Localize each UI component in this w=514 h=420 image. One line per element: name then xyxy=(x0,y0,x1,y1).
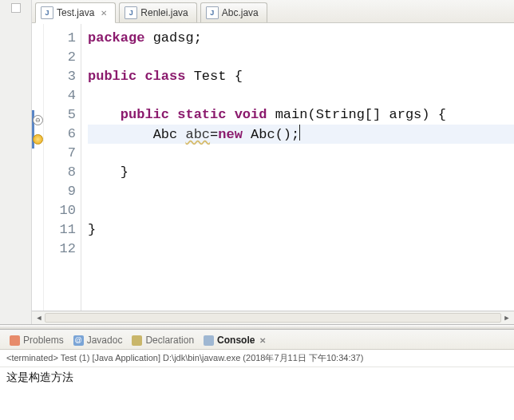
line-number: 5 xyxy=(47,105,76,125)
problems-icon xyxy=(10,335,20,346)
console-status: <terminated> Test (1) [Java Application]… xyxy=(0,350,514,367)
token-kw: package xyxy=(88,30,153,46)
code-line[interactable]: } xyxy=(88,163,514,182)
left-strip xyxy=(0,0,32,324)
editor-tab-testjava[interactable]: JTest.java✕ xyxy=(35,2,116,23)
code-line[interactable]: } xyxy=(88,220,514,240)
java-file-icon: J xyxy=(41,6,53,19)
declaration-icon xyxy=(132,335,142,346)
scroll-track[interactable] xyxy=(45,313,501,323)
split-sash[interactable] xyxy=(0,324,514,330)
token-kw: public class xyxy=(88,69,194,84)
code-line[interactable]: public class Test { xyxy=(88,67,514,86)
code-line[interactable]: public static void main(String[] args) { xyxy=(88,105,514,125)
horizontal-scrollbar[interactable]: ◄ ► xyxy=(32,311,514,324)
top-area: JTest.java✕JRenlei.javaJAbc.java ⊖ 12345… xyxy=(0,0,514,324)
token-plain: } xyxy=(88,222,96,237)
view-tab-declaration[interactable]: Declaration xyxy=(128,333,197,347)
annotation-gutter: ⊖ xyxy=(32,24,44,311)
line-number-gutter: 123456789101112 xyxy=(44,24,81,311)
code-line[interactable] xyxy=(88,86,514,105)
token-kw: public static void xyxy=(121,107,275,122)
token-plain: Abc xyxy=(153,127,186,142)
view-tab-label: Declaration xyxy=(145,335,194,346)
code-line[interactable] xyxy=(88,182,514,201)
editor-tabbar: JTest.java✕JRenlei.javaJAbc.java xyxy=(32,0,514,23)
token-plain: Abc(); xyxy=(251,127,299,142)
scroll-right-icon[interactable]: ► xyxy=(501,313,512,323)
javadoc-icon: @ xyxy=(73,335,84,346)
bottom-panel: Problems@JavadocDeclarationConsole✕ <ter… xyxy=(0,330,514,420)
tab-label: Abc.java xyxy=(222,7,259,18)
editor-tab-renleijava[interactable]: JRenlei.java xyxy=(119,2,196,22)
line-number: 9 xyxy=(47,182,76,201)
scroll-left-icon[interactable]: ◄ xyxy=(34,313,45,323)
view-tab-javadoc[interactable]: @Javadoc xyxy=(70,333,126,347)
code-area: ⊖ 123456789101112 package gadsg;public c… xyxy=(32,23,514,311)
editor-pane: JTest.java✕JRenlei.javaJAbc.java ⊖ 12345… xyxy=(32,0,514,324)
tab-label: Test.java xyxy=(57,7,94,18)
line-number: 12 xyxy=(47,240,76,259)
java-file-icon: J xyxy=(125,6,137,19)
token-plain: Test { xyxy=(194,69,243,84)
code-line[interactable]: Abc abc=new Abc(); xyxy=(88,125,514,144)
code-line[interactable] xyxy=(88,201,514,220)
code-editor[interactable]: package gadsg;public class Test { public… xyxy=(81,24,514,311)
code-line[interactable] xyxy=(88,144,514,163)
warning-icon[interactable] xyxy=(33,134,43,145)
fold-icon[interactable]: ⊖ xyxy=(33,115,43,125)
token-err: abc xyxy=(185,127,210,142)
view-tab-label: Javadoc xyxy=(87,335,123,346)
console-icon xyxy=(204,335,214,346)
view-tabbar: Problems@JavadocDeclarationConsole✕ xyxy=(0,330,514,350)
line-number: 11 xyxy=(47,220,76,240)
close-icon[interactable]: ✕ xyxy=(259,336,266,345)
tab-label: Renlei.java xyxy=(140,7,188,18)
token-plain: gadsg; xyxy=(153,30,202,46)
token-kw: new xyxy=(218,127,251,142)
token-plain: = xyxy=(210,127,218,142)
token-plain: } xyxy=(121,164,128,180)
line-number: 4 xyxy=(47,86,76,105)
token-plain: main(String[] args) { xyxy=(275,107,446,122)
view-tab-label: Problems xyxy=(23,335,64,346)
console-output: 这是构造方法 xyxy=(0,367,514,420)
view-tab-console[interactable]: Console✕ xyxy=(200,333,269,347)
ide-window: JTest.java✕JRenlei.javaJAbc.java ⊖ 12345… xyxy=(0,0,514,420)
code-line[interactable]: package gadsg; xyxy=(88,29,514,48)
line-number: 6 xyxy=(47,125,76,144)
line-number: 2 xyxy=(47,48,76,67)
java-file-icon: J xyxy=(206,6,219,19)
view-tab-label: Console xyxy=(217,335,255,346)
code-line[interactable] xyxy=(88,240,514,259)
restore-icon[interactable] xyxy=(11,3,21,13)
line-number: 1 xyxy=(47,29,76,48)
line-number: 7 xyxy=(47,144,76,163)
editor-tab-abcjava[interactable]: JAbc.java xyxy=(200,2,267,22)
view-tab-problems[interactable]: Problems xyxy=(6,333,67,347)
text-caret xyxy=(299,125,300,141)
line-number: 8 xyxy=(47,163,76,182)
code-line[interactable] xyxy=(88,48,514,67)
line-number: 3 xyxy=(47,67,76,86)
line-number: 10 xyxy=(47,201,76,220)
close-icon[interactable]: ✕ xyxy=(101,9,107,18)
